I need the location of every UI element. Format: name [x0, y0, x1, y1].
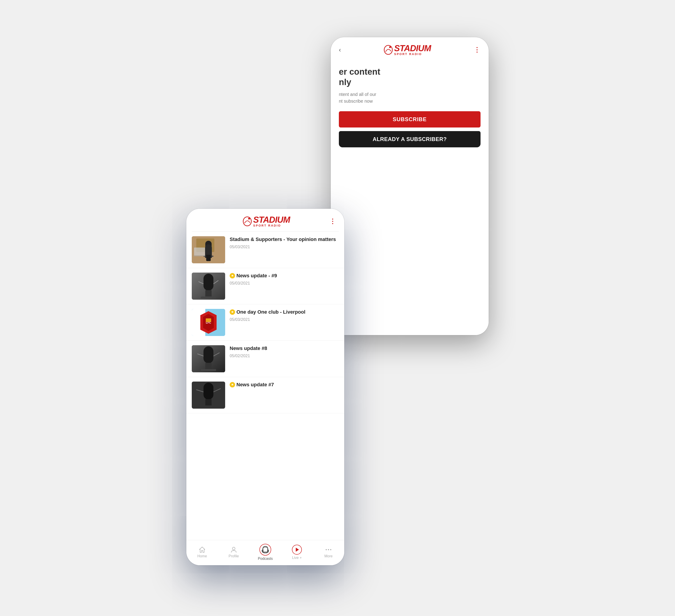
item-thumbnail [192, 345, 225, 372]
svg-point-43 [330, 549, 331, 550]
svg-rect-27 [204, 346, 213, 363]
premium-icon [230, 382, 235, 388]
liverpool-image: LFC [192, 309, 225, 336]
headphone-icon [259, 544, 271, 555]
subscriber-title-line2: nly [339, 77, 351, 87]
phone-back: ‹ STADIUM SPORT RADIO ⋮ [331, 37, 489, 335]
front-logo-main: STADIUM [253, 215, 290, 224]
svg-rect-35 [201, 406, 216, 407]
scene: ‹ STADIUM SPORT RADIO ⋮ [179, 37, 496, 579]
item-title: Stadium & Supporters - Your opinion matt… [230, 236, 339, 243]
list-item[interactable]: LFC One day One club - Liverpool 05/03/2… [186, 304, 344, 341]
front-logo-text: STADIUM SPORT RADIO [253, 215, 290, 227]
back-logo-main: STADIUM [394, 44, 431, 53]
subscribe-button[interactable]: SUBSCRIBE [339, 111, 480, 128]
svg-rect-8 [204, 256, 213, 257]
item-date: 05/03/2021 [230, 245, 339, 249]
premium-icon [230, 310, 235, 315]
svg-rect-34 [205, 399, 212, 406]
mic-stage3-image [192, 382, 225, 409]
mic-stage-image [192, 273, 225, 300]
phone-front: STADIUM SPORT RADIO ⋮ [186, 209, 344, 565]
svg-point-2 [243, 217, 251, 226]
back-more-dots-icon[interactable]: ⋮ [474, 46, 480, 54]
front-logo-swoosh-icon [243, 216, 252, 226]
back-logo-text: STADIUM SPORT RADIO [394, 44, 431, 56]
list-item[interactable]: News update #8 05/02/2021 [186, 341, 344, 377]
svg-point-38 [232, 547, 235, 550]
nav-item-profile[interactable]: Profile [225, 546, 243, 558]
item-title: One day One club - Liverpool [230, 309, 339, 316]
list-item[interactable]: News update #7 [186, 377, 344, 413]
svg-point-1 [389, 46, 391, 48]
back-phone-content: er content nly ntent and all of ournt su… [331, 60, 489, 335]
nav-home-label: Home [198, 554, 207, 558]
mic-stage2-image [192, 345, 225, 372]
headphone-svg [261, 546, 269, 553]
item-content: One day One club - Liverpool 05/03/2021 [230, 309, 339, 322]
svg-rect-28 [205, 363, 212, 369]
subscriber-title-line1: er content [339, 67, 380, 76]
front-phone-header: STADIUM SPORT RADIO ⋮ [186, 209, 344, 231]
front-phone-logo: STADIUM SPORT RADIO [243, 215, 290, 227]
list-item[interactable]: News update - #9 05/03/2021 [186, 268, 344, 304]
svg-point-41 [326, 549, 327, 550]
already-subscriber-button[interactable]: ALREADY A SUBSCRIBER? [339, 131, 480, 147]
item-content: News update #8 05/02/2021 [230, 345, 339, 358]
back-phone-header: ‹ STADIUM SPORT RADIO ⋮ [331, 37, 489, 60]
item-thumbnail: LFC [192, 309, 225, 336]
svg-rect-40 [267, 550, 269, 552]
item-date: 05/03/2021 [230, 317, 339, 322]
item-thumbnail [192, 273, 225, 300]
svg-rect-6 [205, 241, 212, 252]
nav-item-more[interactable]: More [319, 546, 338, 558]
svg-rect-10 [194, 256, 207, 256]
logo-swoosh-icon [384, 45, 393, 55]
play-triangle [296, 548, 299, 552]
item-content: News update - #9 05/03/2021 [230, 273, 339, 286]
svg-rect-24 [206, 318, 211, 322]
svg-point-0 [384, 45, 392, 54]
subscriber-title: er content nly [339, 67, 480, 87]
nav-more-label: More [324, 554, 332, 558]
svg-point-42 [328, 549, 329, 550]
person-icon [230, 546, 237, 553]
svg-rect-33 [204, 383, 213, 400]
item-content: Stadium & Supporters - Your opinion matt… [230, 236, 339, 249]
back-logo-sub: SPORT RADIO [394, 53, 422, 56]
svg-rect-14 [205, 290, 212, 297]
subscriber-card: er content nly ntent and all of ournt su… [339, 67, 480, 147]
list-item[interactable]: Stadium & Supporters - Your opinion matt… [186, 232, 344, 268]
svg-point-3 [248, 218, 250, 219]
item-content: News update #7 [230, 382, 339, 390]
nav-item-live[interactable]: Live + [288, 545, 306, 560]
bottom-nav: Home Profile [186, 540, 344, 565]
item-date: 05/03/2021 [230, 281, 339, 286]
item-title: News update #8 [230, 345, 339, 352]
nav-item-home[interactable]: Home [193, 546, 211, 558]
front-more-dots-icon[interactable]: ⋮ [329, 217, 336, 225]
subscriber-desc: ntent and all of ournt subscribe now [339, 91, 480, 105]
item-title: News update #7 [230, 382, 339, 388]
content-list[interactable]: Stadium & Supporters - Your opinion matt… [186, 232, 344, 540]
home-icon [199, 546, 206, 553]
nav-podcasts-label: Podcasts [258, 557, 273, 561]
back-arrow-icon[interactable]: ‹ [339, 46, 341, 54]
ellipsis-icon [325, 546, 332, 553]
front-logo-sub: SPORT RADIO [253, 224, 281, 227]
item-thumbnail [192, 382, 225, 409]
nav-profile-label: Profile [229, 554, 239, 558]
svg-rect-15 [201, 296, 216, 298]
svg-rect-13 [204, 274, 213, 291]
back-phone-logo: STADIUM SPORT RADIO [384, 44, 431, 56]
item-date: 05/02/2021 [230, 354, 339, 358]
mic-desk-image [192, 236, 225, 263]
svg-rect-7 [207, 252, 210, 256]
svg-rect-39 [262, 550, 264, 552]
svg-rect-29 [201, 369, 216, 371]
play-circle-icon [292, 545, 302, 555]
nav-item-podcasts[interactable]: Podcasts [256, 544, 274, 561]
item-title: News update - #9 [230, 273, 339, 279]
premium-icon [230, 273, 235, 278]
nav-live-label: Live + [292, 556, 302, 560]
